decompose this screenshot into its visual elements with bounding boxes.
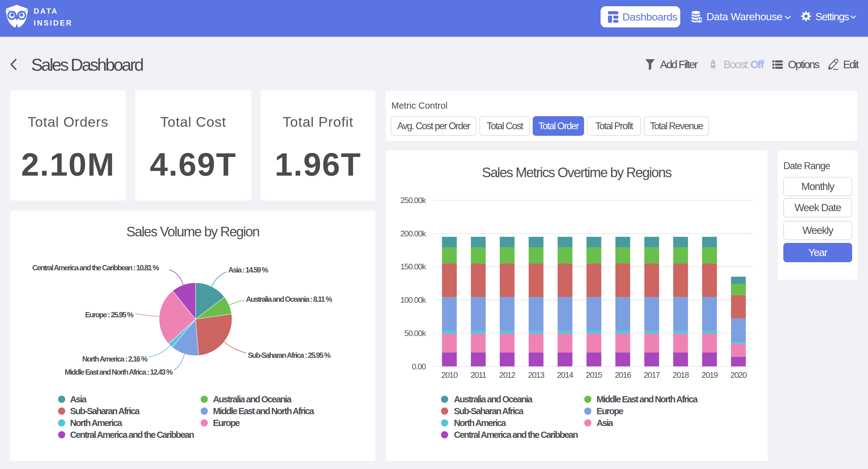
svg-text:2015: 2015 [586,370,602,380]
svg-text:Central America and the Caribb: Central America and the Caribbean [70,430,194,440]
svg-text:Europe: Europe [596,406,624,416]
svg-text:200.00k: 200.00k [400,229,427,238]
svg-text:0.00: 0.00 [412,362,426,371]
svg-text:Middle East and North Africa :: Middle East and North Africa : 12.43 % [65,368,173,376]
svg-text:250.00k: 250.00k [400,196,427,205]
svg-text:Sales Volume by Region: Sales Volume by Region [126,224,259,239]
svg-text:150.00k: 150.00k [400,262,427,271]
svg-text:2016: 2016 [615,370,631,380]
svg-text:2013: 2013 [528,370,545,380]
svg-text:2012: 2012 [499,370,516,380]
svg-text:Asia: Asia [596,418,613,428]
svg-text:Australia and Oceania: Australia and Oceania [213,394,292,404]
svg-text:Asia : 14.59 %: Asia : 14.59 % [228,266,268,274]
svg-text:North America : 2.16 %: North America : 2.16 % [82,355,148,363]
svg-text:Middle East and North Africa: Middle East and North Africa [213,406,314,416]
svg-text:Central America and the Caribb: Central America and the Caribbean [454,430,578,440]
svg-text:Australia and Oceania : 8.11 %: Australia and Oceania : 8.11 % [246,295,332,303]
svg-text:2017: 2017 [644,370,660,380]
svg-text:Europe : 25.95 %: Europe : 25.95 % [85,311,133,319]
svg-text:50.00k: 50.00k [404,328,427,338]
svg-text:Sub-Saharan Africa: Sub-Saharan Africa [454,406,524,416]
svg-text:2010: 2010 [441,370,458,380]
svg-text:2014: 2014 [557,370,574,380]
svg-text:Central America and the Caribb: Central America and the Caribbean : 10.8… [32,263,159,272]
svg-text:2011: 2011 [470,370,486,380]
svg-text:Middle East and North Africa: Middle East and North Africa [596,394,698,404]
svg-text:North America: North America [70,418,122,428]
svg-text:Sales Metrics Overtime by Regi: Sales Metrics Overtime by Regions [482,165,672,180]
svg-text:Europe: Europe [213,418,240,428]
svg-text:2020: 2020 [731,370,747,380]
svg-text:North America: North America [454,418,506,428]
svg-text:Sub-Saharan Africa : 25.95 %: Sub-Saharan Africa : 25.95 % [248,351,331,359]
svg-text:2019: 2019 [702,370,718,380]
svg-text:100.00k: 100.00k [400,295,427,304]
svg-text:Asia: Asia [70,394,87,404]
svg-text:Australia and Oceania: Australia and Oceania [454,394,533,404]
svg-text:Sub-Saharan Africa: Sub-Saharan Africa [70,406,140,416]
svg-text:2018: 2018 [673,370,689,380]
